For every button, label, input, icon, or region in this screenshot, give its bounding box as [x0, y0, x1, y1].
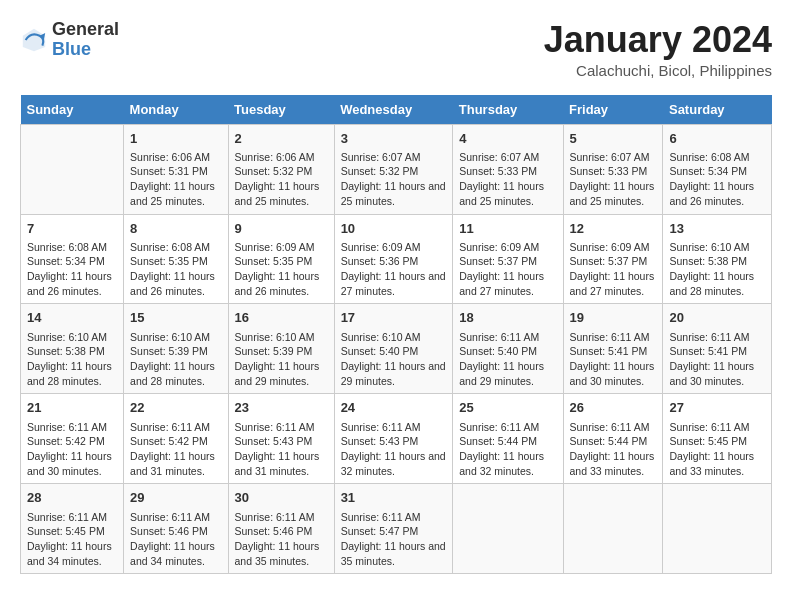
weekday-header-tuesday: Tuesday [228, 95, 334, 125]
cell-info: Sunrise: 6:08 AMSunset: 5:34 PMDaylight:… [669, 150, 765, 209]
day-number: 14 [27, 309, 117, 327]
calendar-cell: 8Sunrise: 6:08 AMSunset: 5:35 PMDaylight… [124, 214, 228, 304]
cell-info: Sunrise: 6:08 AMSunset: 5:35 PMDaylight:… [130, 240, 221, 299]
cell-info: Sunrise: 6:10 AMSunset: 5:39 PMDaylight:… [235, 330, 328, 389]
weekday-header-thursday: Thursday [453, 95, 563, 125]
logo-icon [20, 26, 48, 54]
header: General Blue January 2024 Calachuchi, Bi… [20, 20, 772, 79]
calendar-cell: 5Sunrise: 6:07 AMSunset: 5:33 PMDaylight… [563, 124, 663, 214]
day-number: 1 [130, 130, 221, 148]
day-number: 3 [341, 130, 447, 148]
cell-info: Sunrise: 6:11 AMSunset: 5:40 PMDaylight:… [459, 330, 556, 389]
calendar-cell: 27Sunrise: 6:11 AMSunset: 5:45 PMDayligh… [663, 394, 772, 484]
calendar-cell: 28Sunrise: 6:11 AMSunset: 5:45 PMDayligh… [21, 484, 124, 574]
cell-info: Sunrise: 6:11 AMSunset: 5:41 PMDaylight:… [570, 330, 657, 389]
logo: General Blue [20, 20, 119, 60]
calendar-cell: 10Sunrise: 6:09 AMSunset: 5:36 PMDayligh… [334, 214, 453, 304]
cell-info: Sunrise: 6:11 AMSunset: 5:42 PMDaylight:… [27, 420, 117, 479]
cell-info: Sunrise: 6:07 AMSunset: 5:33 PMDaylight:… [459, 150, 556, 209]
calendar-week-2: 7Sunrise: 6:08 AMSunset: 5:34 PMDaylight… [21, 214, 772, 304]
weekday-header-monday: Monday [124, 95, 228, 125]
cell-info: Sunrise: 6:09 AMSunset: 5:37 PMDaylight:… [570, 240, 657, 299]
cell-info: Sunrise: 6:11 AMSunset: 5:43 PMDaylight:… [341, 420, 447, 479]
calendar-cell: 17Sunrise: 6:10 AMSunset: 5:40 PMDayligh… [334, 304, 453, 394]
calendar-cell [563, 484, 663, 574]
day-number: 5 [570, 130, 657, 148]
day-number: 25 [459, 399, 556, 417]
weekday-header-friday: Friday [563, 95, 663, 125]
cell-info: Sunrise: 6:11 AMSunset: 5:47 PMDaylight:… [341, 510, 447, 569]
day-number: 20 [669, 309, 765, 327]
calendar-cell: 7Sunrise: 6:08 AMSunset: 5:34 PMDaylight… [21, 214, 124, 304]
calendar-cell: 6Sunrise: 6:08 AMSunset: 5:34 PMDaylight… [663, 124, 772, 214]
calendar-cell: 26Sunrise: 6:11 AMSunset: 5:44 PMDayligh… [563, 394, 663, 484]
day-number: 31 [341, 489, 447, 507]
day-number: 18 [459, 309, 556, 327]
day-number: 9 [235, 220, 328, 238]
weekday-header-sunday: Sunday [21, 95, 124, 125]
calendar-cell: 19Sunrise: 6:11 AMSunset: 5:41 PMDayligh… [563, 304, 663, 394]
calendar-cell: 14Sunrise: 6:10 AMSunset: 5:38 PMDayligh… [21, 304, 124, 394]
day-number: 28 [27, 489, 117, 507]
cell-info: Sunrise: 6:06 AMSunset: 5:32 PMDaylight:… [235, 150, 328, 209]
day-number: 26 [570, 399, 657, 417]
calendar-cell: 3Sunrise: 6:07 AMSunset: 5:32 PMDaylight… [334, 124, 453, 214]
day-number: 2 [235, 130, 328, 148]
day-number: 23 [235, 399, 328, 417]
day-number: 27 [669, 399, 765, 417]
day-number: 17 [341, 309, 447, 327]
cell-info: Sunrise: 6:11 AMSunset: 5:46 PMDaylight:… [235, 510, 328, 569]
calendar-cell [663, 484, 772, 574]
month-title: January 2024 [544, 20, 772, 60]
calendar-week-5: 28Sunrise: 6:11 AMSunset: 5:45 PMDayligh… [21, 484, 772, 574]
calendar-cell: 16Sunrise: 6:10 AMSunset: 5:39 PMDayligh… [228, 304, 334, 394]
calendar-cell: 23Sunrise: 6:11 AMSunset: 5:43 PMDayligh… [228, 394, 334, 484]
cell-info: Sunrise: 6:10 AMSunset: 5:39 PMDaylight:… [130, 330, 221, 389]
cell-info: Sunrise: 6:09 AMSunset: 5:36 PMDaylight:… [341, 240, 447, 299]
cell-info: Sunrise: 6:07 AMSunset: 5:33 PMDaylight:… [570, 150, 657, 209]
day-number: 16 [235, 309, 328, 327]
calendar-week-3: 14Sunrise: 6:10 AMSunset: 5:38 PMDayligh… [21, 304, 772, 394]
cell-info: Sunrise: 6:11 AMSunset: 5:43 PMDaylight:… [235, 420, 328, 479]
calendar-cell: 12Sunrise: 6:09 AMSunset: 5:37 PMDayligh… [563, 214, 663, 304]
day-number: 12 [570, 220, 657, 238]
cell-info: Sunrise: 6:11 AMSunset: 5:42 PMDaylight:… [130, 420, 221, 479]
cell-info: Sunrise: 6:11 AMSunset: 5:45 PMDaylight:… [27, 510, 117, 569]
day-number: 8 [130, 220, 221, 238]
calendar-table: SundayMondayTuesdayWednesdayThursdayFrid… [20, 95, 772, 575]
weekday-header-wednesday: Wednesday [334, 95, 453, 125]
calendar-cell: 2Sunrise: 6:06 AMSunset: 5:32 PMDaylight… [228, 124, 334, 214]
day-number: 13 [669, 220, 765, 238]
day-number: 29 [130, 489, 221, 507]
calendar-week-4: 21Sunrise: 6:11 AMSunset: 5:42 PMDayligh… [21, 394, 772, 484]
day-number: 10 [341, 220, 447, 238]
calendar-cell: 25Sunrise: 6:11 AMSunset: 5:44 PMDayligh… [453, 394, 563, 484]
calendar-cell: 4Sunrise: 6:07 AMSunset: 5:33 PMDaylight… [453, 124, 563, 214]
calendar-cell: 1Sunrise: 6:06 AMSunset: 5:31 PMDaylight… [124, 124, 228, 214]
calendar-cell: 22Sunrise: 6:11 AMSunset: 5:42 PMDayligh… [124, 394, 228, 484]
calendar-cell: 9Sunrise: 6:09 AMSunset: 5:35 PMDaylight… [228, 214, 334, 304]
calendar-cell: 29Sunrise: 6:11 AMSunset: 5:46 PMDayligh… [124, 484, 228, 574]
cell-info: Sunrise: 6:10 AMSunset: 5:38 PMDaylight:… [669, 240, 765, 299]
calendar-cell: 18Sunrise: 6:11 AMSunset: 5:40 PMDayligh… [453, 304, 563, 394]
calendar-cell: 13Sunrise: 6:10 AMSunset: 5:38 PMDayligh… [663, 214, 772, 304]
cell-info: Sunrise: 6:08 AMSunset: 5:34 PMDaylight:… [27, 240, 117, 299]
calendar-cell [453, 484, 563, 574]
calendar-cell: 15Sunrise: 6:10 AMSunset: 5:39 PMDayligh… [124, 304, 228, 394]
cell-info: Sunrise: 6:10 AMSunset: 5:38 PMDaylight:… [27, 330, 117, 389]
weekday-header-saturday: Saturday [663, 95, 772, 125]
cell-info: Sunrise: 6:11 AMSunset: 5:44 PMDaylight:… [570, 420, 657, 479]
title-area: January 2024 Calachuchi, Bicol, Philippi… [544, 20, 772, 79]
day-number: 11 [459, 220, 556, 238]
day-number: 4 [459, 130, 556, 148]
logo-text: General Blue [52, 20, 119, 60]
cell-info: Sunrise: 6:06 AMSunset: 5:31 PMDaylight:… [130, 150, 221, 209]
calendar-cell: 11Sunrise: 6:09 AMSunset: 5:37 PMDayligh… [453, 214, 563, 304]
day-number: 22 [130, 399, 221, 417]
calendar-cell: 20Sunrise: 6:11 AMSunset: 5:41 PMDayligh… [663, 304, 772, 394]
cell-info: Sunrise: 6:11 AMSunset: 5:44 PMDaylight:… [459, 420, 556, 479]
calendar-cell: 24Sunrise: 6:11 AMSunset: 5:43 PMDayligh… [334, 394, 453, 484]
calendar-cell: 21Sunrise: 6:11 AMSunset: 5:42 PMDayligh… [21, 394, 124, 484]
day-number: 19 [570, 309, 657, 327]
calendar-cell: 31Sunrise: 6:11 AMSunset: 5:47 PMDayligh… [334, 484, 453, 574]
